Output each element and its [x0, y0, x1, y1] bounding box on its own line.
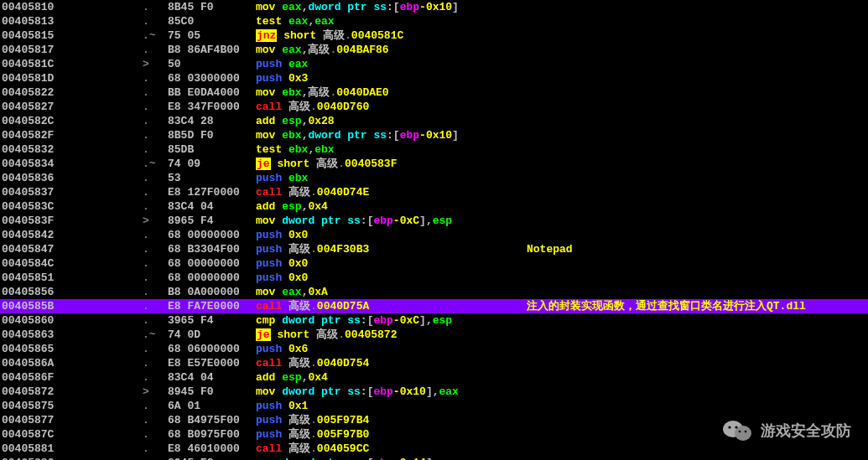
bytes: 6A 01	[168, 399, 256, 413]
disasm-row[interactable]: 00405881.E8 46010000call 高级.004059CC	[0, 442, 868, 456]
address: 00405827	[0, 100, 143, 114]
disassembly: mov dword ptr ss:[ebp-0xC],esp	[256, 214, 520, 228]
bytes: E8 347F0000	[168, 100, 256, 114]
disasm-row[interactable]: 0040582F.8B5D F0mov ebx,dword ptr ss:[eb…	[0, 128, 868, 142]
bytes: B8 86AF4B00	[168, 43, 256, 57]
disasm-row[interactable]: 0040586A.E8 E57E0000call 高级.0040D754	[0, 356, 868, 370]
address: 00405822	[0, 85, 143, 100]
comment	[520, 85, 868, 100]
address: 00405875	[0, 399, 143, 413]
marker: >	[143, 57, 168, 71]
disassembly: push 0x6	[256, 342, 520, 356]
comment	[520, 456, 868, 460]
disasm-row[interactable]: 00405865.68 06000000push 0x6	[0, 342, 868, 356]
disasm-row[interactable]: 00405847.68 B3304F00push 高级.004F30B3Note…	[0, 242, 868, 256]
disassembly: push 高级.004F30B3	[256, 242, 520, 256]
disasm-row[interactable]: 0040581C>50push eax	[0, 57, 868, 71]
disasm-row[interactable]: 0040581D.68 03000000push 0x3	[0, 71, 868, 85]
disasm-row[interactable]: 00405886.8945 ECmov dword ptr ss:[ebp-0x…	[0, 456, 868, 460]
disasm-row[interactable]: 00405832.85DBtest ebx,ebx	[0, 142, 868, 157]
disasm-row[interactable]: 0040582C.83C4 28add esp,0x28	[0, 114, 868, 128]
disasm-row[interactable]: 00405813.85C0test eax,eax	[0, 14, 868, 28]
marker: .	[143, 356, 168, 370]
disasm-row[interactable]: 00405856.B8 0A000000mov eax,0xA	[0, 285, 868, 299]
disassembly-listing[interactable]: 00405810.8B45 F0mov eax,dword ptr ss:[eb…	[0, 0, 868, 460]
disasm-row[interactable]: 0040585B.E8 FA7E0000call 高级.0040D75A注入的封…	[0, 299, 868, 313]
disasm-row[interactable]: 00405860.3965 F4cmp dword ptr ss:[ebp-0x…	[0, 313, 868, 328]
address: 0040586A	[0, 356, 143, 370]
bytes: 68 00000000	[168, 256, 256, 271]
disasm-row[interactable]: 0040583F>8965 F4mov dword ptr ss:[ebp-0x…	[0, 214, 868, 228]
comment	[520, 157, 868, 171]
disasm-row[interactable]: 00405827.E8 347F0000call 高级.0040D760	[0, 100, 868, 114]
address: 00405836	[0, 171, 143, 185]
svg-point-2	[728, 426, 730, 428]
disasm-row[interactable]: 00405851.68 00000000push 0x0	[0, 271, 868, 285]
comment	[520, 185, 868, 199]
svg-point-4	[739, 431, 741, 433]
marker: .	[143, 413, 168, 427]
disasm-row[interactable]: 00405834.~74 09je short 高级.0040583F	[0, 157, 868, 171]
address: 0040586F	[0, 370, 143, 385]
disassembly: add esp,0x4	[256, 199, 520, 214]
disasm-row[interactable]: 00405872>8945 F0mov dword ptr ss:[ebp-0x…	[0, 385, 868, 399]
comment	[520, 71, 868, 85]
address: 00405847	[0, 242, 143, 256]
disassembly: call 高级.0040D75A	[256, 299, 520, 313]
disasm-row[interactable]: 00405863.~74 0Dje short 高级.00405872	[0, 328, 868, 342]
bytes: 68 00000000	[168, 228, 256, 242]
marker: .	[143, 342, 168, 356]
marker: .	[143, 199, 168, 214]
comment	[520, 285, 868, 299]
disassembly: push 0x0	[256, 228, 520, 242]
marker: .	[143, 142, 168, 157]
marker: .~	[143, 328, 168, 342]
disasm-row[interactable]: 00405875.6A 01push 0x1	[0, 399, 868, 413]
bytes: 85C0	[168, 14, 256, 28]
disasm-row[interactable]: 00405810.8B45 F0mov eax,dword ptr ss:[eb…	[0, 0, 868, 14]
disassembly: call 高级.004059CC	[256, 442, 520, 456]
marker: .	[143, 299, 168, 313]
disassembly: test eax,eax	[256, 14, 520, 28]
bytes: 74 0D	[168, 328, 256, 342]
disasm-row[interactable]: 0040583C.83C4 04add esp,0x4	[0, 199, 868, 214]
disasm-row[interactable]: 00405842.68 00000000push 0x0	[0, 228, 868, 242]
marker: .	[143, 242, 168, 256]
marker: .	[143, 171, 168, 185]
disassembly: call 高级.0040D760	[256, 100, 520, 114]
disassembly: call 高级.0040D74E	[256, 185, 520, 199]
marker: .	[143, 43, 168, 57]
comment: 注入的封装实现函数，通过查找窗口类名进行注入QT.dll	[520, 299, 868, 313]
disassembly: je short 高级.0040583F	[256, 157, 520, 171]
disasm-row[interactable]: 00405817.B8 86AF4B00mov eax,高级.004BAF86	[0, 43, 868, 57]
bytes: 68 B0975F00	[168, 427, 256, 442]
comment	[520, 171, 868, 185]
marker: >	[143, 385, 168, 399]
marker: .	[143, 399, 168, 413]
marker: >	[143, 214, 168, 228]
address: 0040581C	[0, 57, 143, 71]
bytes: 68 06000000	[168, 342, 256, 356]
comment	[520, 385, 868, 399]
disassembly: mov ebx,高级.0040DAE0	[256, 85, 520, 100]
comment	[520, 399, 868, 413]
address: 00405832	[0, 142, 143, 157]
disasm-row[interactable]: 0040586F.83C4 04add esp,0x4	[0, 370, 868, 385]
bytes: E8 127F0000	[168, 185, 256, 199]
comment: Notepad	[520, 242, 868, 256]
disasm-row[interactable]: 00405837.E8 127F0000call 高级.0040D74E	[0, 185, 868, 199]
bytes: BB E0DA4000	[168, 85, 256, 100]
disasm-row[interactable]: 00405822.BB E0DA4000mov ebx,高级.0040DAE0	[0, 85, 868, 100]
marker: .	[143, 370, 168, 385]
comment	[520, 256, 868, 271]
address: 0040582C	[0, 114, 143, 128]
disasm-row[interactable]: 00405815.~75 05jnz short 高级.0040581C	[0, 28, 868, 43]
marker: .	[143, 185, 168, 199]
address: 00405842	[0, 228, 143, 242]
address: 0040582F	[0, 128, 143, 142]
bytes: 8B45 F0	[168, 0, 256, 14]
address: 00405851	[0, 271, 143, 285]
disassembly: push ebx	[256, 171, 520, 185]
disasm-row[interactable]: 00405836.53push ebx	[0, 171, 868, 185]
disasm-row[interactable]: 0040584C.68 00000000push 0x0	[0, 256, 868, 271]
